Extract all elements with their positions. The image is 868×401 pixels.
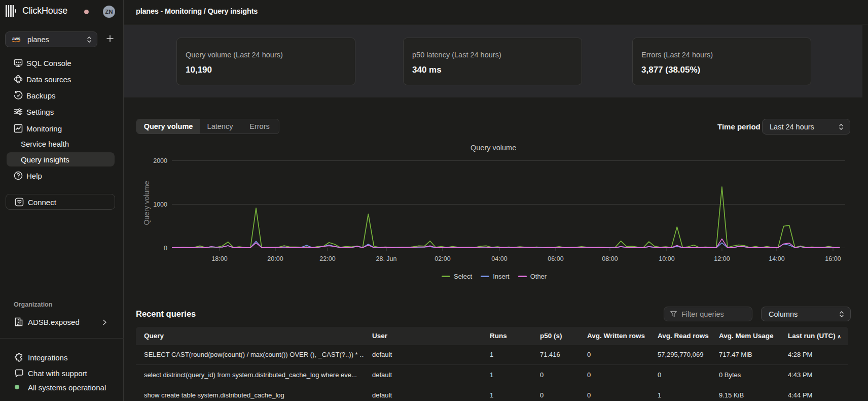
svg-text:12:00: 12:00 bbox=[714, 255, 730, 262]
svg-text:06:00: 06:00 bbox=[548, 255, 563, 262]
svg-text:10:00: 10:00 bbox=[659, 255, 674, 262]
svg-text:1000: 1000 bbox=[153, 201, 167, 208]
svg-text:04:00: 04:00 bbox=[491, 255, 507, 262]
svg-text:14:00: 14:00 bbox=[769, 255, 784, 262]
svg-text:0: 0 bbox=[164, 245, 167, 252]
svg-text:2000: 2000 bbox=[153, 157, 167, 164]
svg-text:08:00: 08:00 bbox=[602, 255, 618, 262]
svg-text:18:00: 18:00 bbox=[211, 255, 227, 262]
svg-text:Query volume: Query volume bbox=[142, 181, 151, 225]
svg-text:02:00: 02:00 bbox=[435, 255, 450, 262]
svg-text:22:00: 22:00 bbox=[319, 255, 335, 262]
svg-text:16:00: 16:00 bbox=[825, 255, 841, 262]
svg-text:20:00: 20:00 bbox=[267, 255, 283, 262]
svg-text:28. Jun: 28. Jun bbox=[376, 255, 396, 262]
svg-text:aws: aws bbox=[12, 36, 20, 41]
